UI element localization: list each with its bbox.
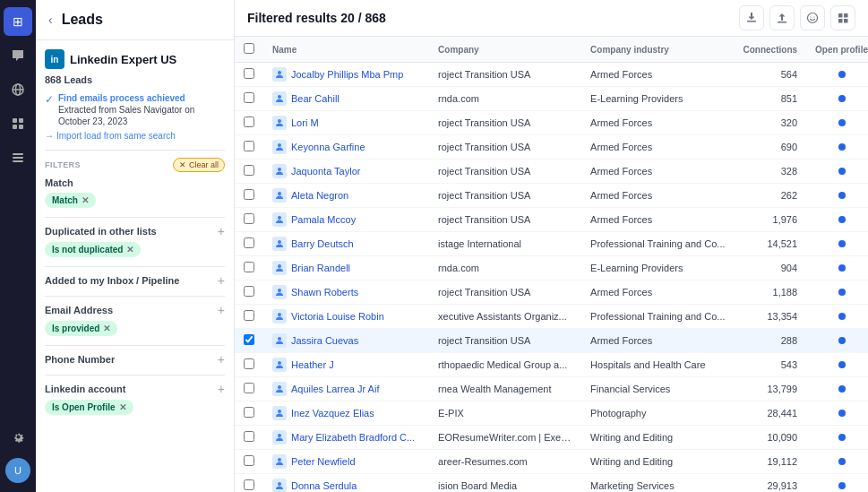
person-name[interactable]: Jassira Cuevas xyxy=(291,335,358,346)
filter-match-label: Match xyxy=(45,177,73,188)
row-checkbox[interactable] xyxy=(244,286,254,297)
row-checkbox[interactable] xyxy=(244,262,254,272)
filter-email-remove[interactable]: ✕ xyxy=(103,324,110,333)
open-profile-dot xyxy=(838,458,846,465)
nav-icon-grid[interactable]: ⊞ xyxy=(4,7,32,36)
filter-inbox: Added to my Inbox / Pipeline + xyxy=(45,274,225,287)
grid-view-button[interactable] xyxy=(830,5,855,30)
person-name[interactable]: Brian Randell xyxy=(291,263,350,273)
row-checkbox[interactable] xyxy=(244,310,254,321)
filter-email-tag[interactable]: Is provided ✕ xyxy=(45,321,117,336)
person-name[interactable]: Aleta Negron xyxy=(291,190,348,201)
row-checkbox[interactable] xyxy=(244,334,254,345)
person-name[interactable]: Bear Cahill xyxy=(291,93,339,104)
row-industry-cell: Armed Forces xyxy=(581,184,734,208)
filter-phone-label: Phone Number xyxy=(45,354,115,365)
svg-rect-16 xyxy=(844,13,848,18)
person-name[interactable]: Keyonna Garfine xyxy=(291,142,365,152)
row-industry-cell: Professional Training and Co... xyxy=(581,232,734,256)
row-checkbox[interactable] xyxy=(244,237,254,248)
name-cell: Aquiles Larrea Jr Aif xyxy=(272,382,420,396)
row-checkbox[interactable] xyxy=(244,68,254,79)
row-checkbox-cell xyxy=(235,111,263,135)
open-profile-dot xyxy=(838,95,846,102)
name-cell: Keyonna Garfine xyxy=(272,140,420,154)
row-name-cell: Jassira Cuevas xyxy=(263,329,429,353)
filter-email-add[interactable]: + xyxy=(218,304,225,316)
row-checkbox[interactable] xyxy=(244,213,254,224)
filter-match-tag[interactable]: Match ✕ xyxy=(45,193,96,208)
person-name[interactable]: Jocalby Phillips Mba Pmp xyxy=(291,69,403,80)
emoji-button[interactable] xyxy=(800,5,825,30)
person-name[interactable]: Aquiles Larrea Jr Aif xyxy=(291,384,379,394)
table-row: Mary Elizabeth Bradford C... EOResumeWri… xyxy=(235,426,868,450)
import-link[interactable]: → Import load from same search xyxy=(45,131,225,141)
person-icon xyxy=(272,454,287,469)
person-name[interactable]: Peter Newfield xyxy=(291,456,356,467)
row-checkbox-cell xyxy=(235,281,263,305)
row-company-cell: areer-Resumes.com xyxy=(429,450,581,474)
nav-icon-apps[interactable] xyxy=(4,109,32,138)
row-checkbox[interactable] xyxy=(244,189,254,200)
row-checkbox[interactable] xyxy=(244,479,254,490)
person-name[interactable]: Donna Serdula xyxy=(291,480,357,491)
filter-inbox-add[interactable]: + xyxy=(218,274,225,287)
filter-duplicated-remove[interactable]: ✕ xyxy=(126,245,133,255)
row-checkbox[interactable] xyxy=(244,117,254,127)
filter-duplicated-label: Duplicated in other lists xyxy=(45,226,157,237)
row-checkbox[interactable] xyxy=(244,358,254,369)
person-icon xyxy=(272,140,287,154)
filter-phone-add[interactable]: + xyxy=(218,353,225,366)
row-checkbox[interactable] xyxy=(244,431,254,442)
row-checkbox[interactable] xyxy=(244,383,254,393)
table-row: Victoria Louise Robin xecutive Assistant… xyxy=(235,305,868,329)
filter-duplicated-tag[interactable]: Is not duplicated ✕ xyxy=(45,242,141,257)
person-icon xyxy=(272,406,287,420)
name-cell: Aleta Negron xyxy=(272,188,420,203)
status-icon: ✓ xyxy=(45,93,54,106)
filter-linkedin-add[interactable]: + xyxy=(218,383,225,395)
row-checkbox[interactable] xyxy=(244,141,254,151)
row-checkbox[interactable] xyxy=(244,407,254,418)
row-industry-cell: Armed Forces xyxy=(581,111,734,135)
person-name[interactable]: Victoria Louise Robin xyxy=(291,311,384,322)
filter-duplicated: Duplicated in other lists + Is not dupli… xyxy=(45,225,225,257)
list-brand: in Linkedin Expert US xyxy=(45,49,225,69)
select-all-checkbox[interactable] xyxy=(244,43,254,54)
person-name[interactable]: Heather J xyxy=(291,359,334,370)
person-name[interactable]: Pamala Mccoy xyxy=(291,214,356,225)
row-open-profile-cell xyxy=(806,426,868,450)
filter-linkedin-tag[interactable]: Is Open Profile ✕ xyxy=(45,400,133,415)
row-checkbox[interactable] xyxy=(244,455,254,466)
back-button[interactable]: ‹ xyxy=(45,11,56,29)
name-cell: Pamala Mccoy xyxy=(272,212,420,227)
filter-match-remove[interactable]: ✕ xyxy=(82,195,89,205)
row-checkbox[interactable] xyxy=(244,92,254,103)
person-name[interactable]: Jaquonta Taylor xyxy=(291,166,360,177)
row-open-profile-cell xyxy=(806,111,868,135)
filter-duplicated-add[interactable]: + xyxy=(218,225,225,237)
svg-point-35 xyxy=(278,458,281,462)
person-name[interactable]: Shawn Roberts xyxy=(291,287,358,298)
person-name[interactable]: Inez Vazquez Elias xyxy=(291,408,374,419)
nav-icon-message[interactable] xyxy=(4,41,32,70)
person-name[interactable]: Lori M xyxy=(291,117,319,128)
table-row: Jassira Cuevas roject Transition USA Arm… xyxy=(235,329,868,353)
row-open-profile-cell xyxy=(806,256,868,281)
nav-icon-list[interactable] xyxy=(4,143,32,172)
row-checkbox-cell xyxy=(235,208,263,232)
person-name[interactable]: Mary Elizabeth Bradford C... xyxy=(291,432,415,443)
clear-all-button[interactable]: ✕ Clear all xyxy=(173,158,225,172)
row-checkbox[interactable] xyxy=(244,165,254,176)
nav-icon-user[interactable]: U xyxy=(4,456,32,485)
open-profile-dot xyxy=(838,410,846,417)
upload-button[interactable] xyxy=(769,5,795,30)
user-avatar[interactable]: U xyxy=(5,458,30,483)
nav-icon-settings[interactable] xyxy=(4,422,32,451)
open-profile-dot xyxy=(838,71,846,78)
download-button[interactable] xyxy=(739,5,764,30)
person-name[interactable]: Barry Deutsch xyxy=(291,238,354,249)
nav-icon-globe[interactable] xyxy=(4,75,32,104)
filter-linkedin: Linkedin account + Is Open Profile ✕ xyxy=(45,383,225,415)
filter-linkedin-remove[interactable]: ✕ xyxy=(119,402,126,412)
